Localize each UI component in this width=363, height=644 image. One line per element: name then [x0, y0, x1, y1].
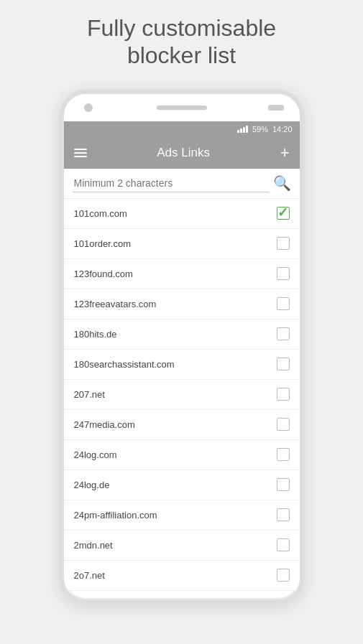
domain-checkbox[interactable]: ✓	[277, 207, 290, 220]
menu-button[interactable]	[74, 149, 87, 157]
signal-icon	[237, 126, 248, 133]
list-item: 24log.de	[64, 470, 300, 500]
domain-label: 123freeavatars.com	[74, 299, 157, 309]
domain-label: 2mdn.net	[74, 540, 113, 551]
domain-label: 207.net	[74, 389, 105, 400]
domain-checkbox[interactable]	[277, 538, 290, 551]
add-button[interactable]: +	[280, 145, 290, 161]
phone-top-bar	[64, 94, 300, 121]
list-item: 101order.com	[64, 229, 300, 259]
domain-label: 24log.de	[74, 480, 110, 490]
domain-label: 24log.com	[74, 449, 117, 460]
domain-checkbox[interactable]	[277, 388, 290, 401]
domain-checkbox[interactable]	[277, 418, 290, 431]
search-icon[interactable]: 🔍	[273, 174, 291, 192]
domain-checkbox[interactable]	[277, 327, 290, 340]
list-item: 207.net	[64, 380, 300, 410]
page-title: Fully customisable blocker list	[58, 14, 305, 70]
search-input[interactable]	[73, 174, 269, 192]
list-item: 180searchassistant.com	[64, 350, 300, 380]
list-item: 247media.com	[64, 410, 300, 440]
app-bar-title: Ads Links	[157, 146, 210, 160]
domain-label: 247media.com	[74, 419, 135, 430]
list-item: 123freeavatars.com	[64, 289, 300, 319]
list-item: 180hits.de	[64, 319, 300, 350]
domain-checkbox[interactable]	[277, 267, 290, 280]
phone-frame: 59% 14:20 Ads Links + 🔍 101com.com✓101or…	[60, 90, 304, 604]
domain-checkbox[interactable]	[277, 508, 290, 521]
domain-label: 180searchassistant.com	[74, 359, 175, 370]
list-item: 24log.com	[64, 440, 300, 470]
domain-label: 101com.com	[74, 208, 127, 219]
domain-checkbox[interactable]	[277, 297, 290, 310]
domain-checkbox[interactable]	[277, 478, 290, 491]
list-item: 24pm-affiliation.com	[64, 500, 300, 531]
domain-checkbox[interactable]	[277, 448, 290, 461]
domain-label: 2o7.net	[74, 570, 105, 581]
domain-label: 180hits.de	[74, 329, 117, 340]
list-item: 2mdn.net	[64, 531, 300, 561]
phone-button	[268, 105, 284, 111]
domain-checkbox[interactable]	[277, 237, 290, 250]
battery-level: 59%	[252, 125, 268, 134]
phone-speaker	[157, 106, 207, 110]
domain-checkbox[interactable]	[277, 358, 290, 370]
list-item: 123found.com	[64, 259, 300, 289]
domain-checkbox[interactable]	[277, 569, 290, 582]
domain-label: 101order.com	[74, 238, 132, 249]
list-item: 101com.com✓	[64, 199, 300, 229]
domain-list: 101com.com✓101order.com123found.com123fr…	[64, 199, 300, 591]
list-item: 2o7.net	[64, 561, 300, 591]
app-bar: Ads Links +	[64, 137, 300, 169]
domain-label: 123found.com	[74, 269, 133, 279]
domain-label: 24pm-affiliation.com	[74, 510, 157, 521]
search-bar: 🔍	[64, 169, 300, 199]
time-display: 14:20	[272, 125, 293, 134]
status-bar: 59% 14:20	[64, 121, 300, 137]
phone-camera	[84, 103, 93, 112]
